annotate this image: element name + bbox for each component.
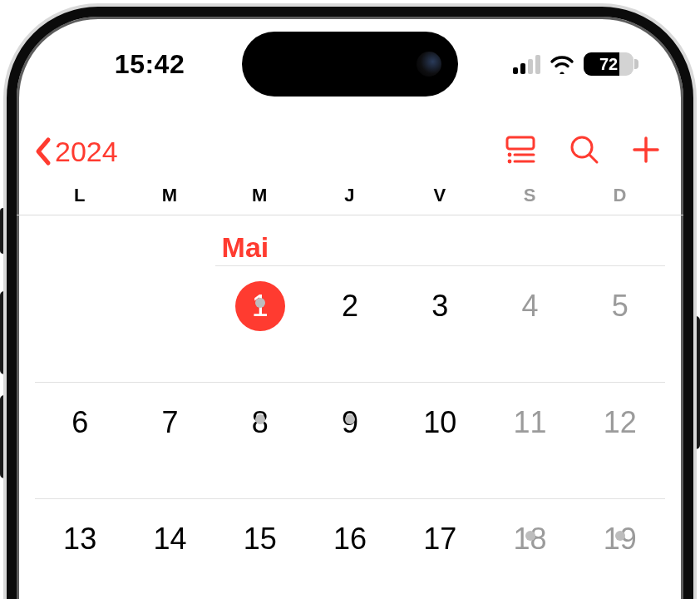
calendar-day[interactable]: 8 bbox=[215, 383, 305, 448]
calendar-day[interactable]: 18 bbox=[485, 499, 574, 564]
calendar-day[interactable]: 9 bbox=[305, 383, 395, 448]
calendar-day[interactable]: 1 bbox=[215, 266, 305, 331]
day-number: 5 bbox=[595, 281, 645, 331]
add-event-button[interactable] bbox=[632, 136, 660, 167]
search-button[interactable] bbox=[569, 134, 600, 169]
plus-icon bbox=[632, 136, 660, 164]
day-number: 15 bbox=[235, 514, 285, 564]
day-number: 16 bbox=[325, 514, 375, 564]
event-dot-icon bbox=[255, 298, 265, 308]
day-number: 13 bbox=[55, 514, 105, 564]
list-view-button[interactable] bbox=[504, 136, 537, 167]
back-label: 2024 bbox=[55, 136, 118, 168]
battery-percent: 72 bbox=[599, 55, 618, 74]
day-number: 11 bbox=[505, 398, 555, 448]
svg-line-6 bbox=[589, 155, 597, 162]
svg-point-1 bbox=[508, 153, 512, 157]
calendar-day[interactable]: 19 bbox=[575, 499, 665, 564]
calendar-day[interactable]: 16 bbox=[305, 499, 395, 564]
day-number: 2 bbox=[325, 281, 375, 331]
battery-indicator: 72 bbox=[584, 52, 633, 76]
calendar-day[interactable]: 7 bbox=[125, 383, 214, 448]
chevron-left-icon bbox=[33, 136, 53, 166]
weekday-header: LMMJVSD bbox=[17, 185, 683, 215]
calendar-day[interactable]: 6 bbox=[35, 383, 125, 448]
event-dot-icon bbox=[255, 414, 265, 424]
month-header: Mai bbox=[17, 225, 683, 266]
calendar-day[interactable]: 17 bbox=[395, 499, 485, 564]
back-button[interactable]: 2024 bbox=[33, 136, 118, 168]
calendar-day[interactable]: 13 bbox=[35, 499, 125, 564]
weekday-label: M bbox=[215, 185, 305, 206]
nav-bar: 2024 bbox=[17, 125, 683, 178]
event-dot-icon bbox=[525, 531, 535, 541]
month-label: Mai bbox=[217, 226, 269, 264]
day-number: 7 bbox=[145, 398, 195, 448]
event-dot-icon bbox=[345, 414, 355, 424]
day-number: 6 bbox=[55, 398, 105, 448]
svg-rect-0 bbox=[507, 137, 534, 149]
search-icon bbox=[569, 134, 600, 166]
weekday-label: M bbox=[125, 185, 214, 206]
calendar-day[interactable]: 12 bbox=[575, 383, 665, 448]
day-number: 10 bbox=[415, 398, 465, 448]
calendar-week: 12345 bbox=[35, 266, 665, 383]
calendar-day[interactable]: 4 bbox=[485, 266, 574, 331]
calendar-day[interactable]: 15 bbox=[215, 499, 305, 564]
calendar-day[interactable]: 10 bbox=[395, 383, 485, 448]
calendar-week: 6789101112 bbox=[35, 383, 665, 499]
day-number: 14 bbox=[145, 514, 195, 564]
day-number: 4 bbox=[505, 281, 555, 331]
event-dot-icon bbox=[615, 531, 625, 541]
calendar-day[interactable]: 5 bbox=[575, 266, 665, 331]
day-number: 17 bbox=[415, 514, 465, 564]
day-number: 3 bbox=[415, 281, 465, 331]
status-time: 15:42 bbox=[67, 49, 233, 80]
svg-point-3 bbox=[508, 160, 512, 164]
calendar-day[interactable]: 11 bbox=[485, 383, 574, 448]
weekday-label: S bbox=[485, 185, 574, 206]
status-bar: 15:42 72 bbox=[17, 35, 683, 93]
weekday-label: J bbox=[305, 185, 395, 206]
calendar-day-empty bbox=[35, 266, 125, 281]
calendar-day[interactable]: 2 bbox=[305, 266, 395, 331]
weekday-label: V bbox=[395, 185, 485, 206]
cellular-signal-icon bbox=[513, 55, 540, 74]
wifi-icon bbox=[549, 54, 575, 74]
calendar-day-empty bbox=[125, 266, 214, 281]
day-number: 12 bbox=[595, 398, 645, 448]
calendar-week: 13141516171819 bbox=[35, 499, 665, 599]
calendar-day[interactable]: 3 bbox=[395, 266, 485, 331]
weekday-label: D bbox=[575, 185, 665, 206]
calendar-day[interactable]: 14 bbox=[125, 499, 214, 564]
weekday-label: L bbox=[35, 185, 125, 206]
phone-frame: 15:42 72 bbox=[7, 7, 693, 599]
calendar-grid: 12345678910111213141516171819 bbox=[17, 266, 683, 599]
list-view-icon bbox=[504, 136, 537, 164]
